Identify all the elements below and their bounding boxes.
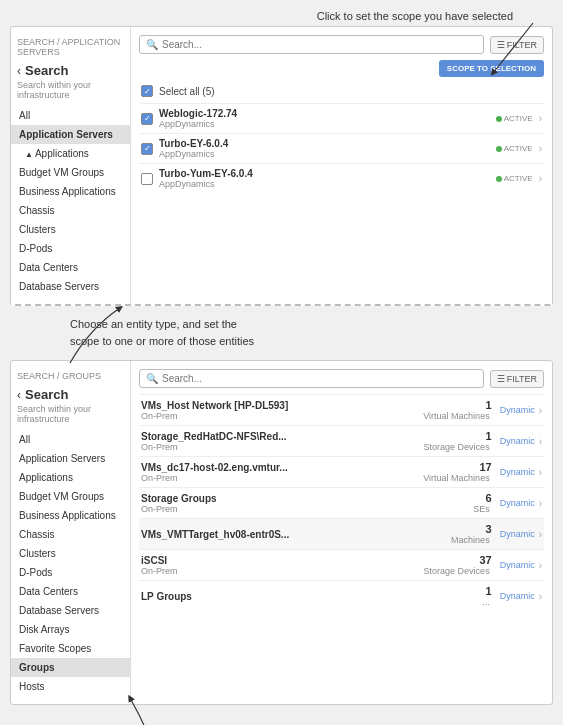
panel2-search-input[interactable] <box>162 373 477 384</box>
check-icon: ✓ <box>144 87 151 96</box>
panel2-group-row-4[interactable]: VMs_VMTTarget_hv08-entr0S... 3 Machines … <box>139 518 544 549</box>
panel2-sidebar-favorite-scopes[interactable]: Favorite Scopes <box>11 639 130 658</box>
panel1-search-input-wrap[interactable]: 🔍 <box>139 35 484 54</box>
panel2-sidebar-clusters[interactable]: Clusters <box>11 544 130 563</box>
group-row-0-name: VMs_Host Network [HP-DL593] <box>141 400 423 411</box>
filter-icon: ☰ <box>497 374 505 384</box>
panel1-list-row-2[interactable]: Turbo-Yum-EY-6.0.4 AppDynamics ACTIVE › <box>139 163 544 193</box>
list-row-2-status: ACTIVE <box>496 174 533 183</box>
panel1-search-header: ‹ Search <box>11 59 130 80</box>
page-wrapper: Click to set the scope you have selected… <box>0 0 563 725</box>
group-row-5-badge: Dynamic <box>500 560 535 570</box>
panel2-sidebar-app-servers[interactable]: Application Servers <box>11 449 130 468</box>
panel1-search-subtitle: Search within your infrastructure <box>11 80 130 106</box>
scope-to-selection-button[interactable]: SCOPE TO SELECTION <box>439 60 544 77</box>
group-row-5-type: Storage Devices <box>424 566 490 576</box>
filter-icon: ☰ <box>497 40 505 50</box>
list-row-1-checkbox[interactable]: ✓ <box>141 143 153 155</box>
group-row-1-badge: Dynamic <box>500 436 535 446</box>
panel2-filter-button[interactable]: ☰ FILTER <box>490 370 544 388</box>
group-row-3-count: 6 <box>435 492 492 504</box>
panel2-group-row-5[interactable]: iSCSI On-Prem 37 Storage Devices Dynamic… <box>139 549 544 580</box>
panel2-sidebar-chassis[interactable]: Chassis <box>11 525 130 544</box>
list-row-1-name: Turbo-EY-6.0.4 <box>159 138 496 149</box>
panel2-main: 🔍 ☰ FILTER VMs_Host Network [HP-DL593] O… <box>131 361 552 704</box>
panel1-list-row-1[interactable]: ✓ Turbo-EY-6.0.4 AppDynamics ACTIVE › <box>139 133 544 163</box>
list-row-1-sub: AppDynamics <box>159 149 496 159</box>
panel2-search-bar-row: 🔍 ☰ FILTER <box>139 369 544 388</box>
group-row-5-name: iSCSI <box>141 555 424 566</box>
panel1-search-input[interactable] <box>162 39 477 50</box>
list-row-2-info: Turbo-Yum-EY-6.0.4 AppDynamics <box>159 168 496 189</box>
status-dot-icon <box>496 176 502 182</box>
panel2-sidebar-all[interactable]: All <box>11 430 130 449</box>
panel2-back-arrow[interactable]: ‹ <box>17 388 21 402</box>
panel2-group-row-1[interactable]: Storage_RedHatDC-NFS\Red... On-Prem 1 St… <box>139 425 544 456</box>
panel1-list-row-0[interactable]: ✓ Weblogic-172.74 AppDynamics ACTIVE › <box>139 103 544 133</box>
search-icon: 🔍 <box>146 39 158 50</box>
status-dot-icon <box>496 116 502 122</box>
group-row-6-count: 1 <box>435 585 492 597</box>
panel1-sidebar-item-app-servers[interactable]: Application Servers <box>11 125 130 144</box>
group-row-5-sub: On-Prem <box>141 566 424 576</box>
group-row-3-info: Storage Groups On-Prem <box>141 493 435 514</box>
list-row-0-checkbox[interactable]: ✓ <box>141 113 153 125</box>
panel1: SEARCH / APPLICATION SERVERS ‹ Search Se… <box>10 26 553 306</box>
panel2-sidebar-budget-vm[interactable]: Budget VM Groups <box>11 487 130 506</box>
chevron-right-icon: › <box>539 436 542 447</box>
panel1-filter-button[interactable]: ☰ FILTER <box>490 36 544 54</box>
group-row-2-info: VMs_dc17-host-02.eng.vmtur... On-Prem <box>141 462 423 483</box>
panel2-group-row-6[interactable]: LP Groups 1 ... Dynamic › <box>139 580 544 611</box>
panel1-sidebar-item-applications[interactable]: ▲Applications <box>11 144 130 163</box>
group-row-3-sub: On-Prem <box>141 504 435 514</box>
panel2-sidebar-hosts[interactable]: Hosts <box>11 677 130 696</box>
panel2-group-row-0[interactable]: VMs_Host Network [HP-DL593] On-Prem 1 Vi… <box>139 394 544 425</box>
panel2-search-input-wrap[interactable]: 🔍 <box>139 369 484 388</box>
check-icon: ✓ <box>144 144 151 153</box>
panel2-group-row-3[interactable]: Storage Groups On-Prem 6 SEs Dynamic › <box>139 487 544 518</box>
panel2-sidebar-disk-arrays[interactable]: Disk Arrays <box>11 620 130 639</box>
panel2-breadcrumb: SEARCH / GROUPS <box>11 369 130 383</box>
panel1-sidebar-item-business-apps[interactable]: Business Applications <box>11 182 130 201</box>
group-row-4-badge: Dynamic <box>500 529 535 539</box>
panel2-sidebar-applications[interactable]: Applications <box>11 468 130 487</box>
panel1-sidebar-item-budget-vm[interactable]: Budget VM Groups <box>11 163 130 182</box>
group-row-4-info: VMs_VMTTarget_hv08-entr0S... <box>141 529 435 540</box>
panel1-sidebar-item-datacenters[interactable]: Data Centers <box>11 258 130 277</box>
panel2-sidebar-db-servers[interactable]: Database Servers <box>11 601 130 620</box>
group-row-2-count: 17 <box>423 461 491 473</box>
group-row-1-name: Storage_RedHatDC-NFS\Red... <box>141 431 424 442</box>
panel1-sidebar-item-all[interactable]: All <box>11 106 130 125</box>
panel1-breadcrumb: SEARCH / APPLICATION SERVERS <box>11 35 130 59</box>
list-row-0-name: Weblogic-172.74 <box>159 108 496 119</box>
panel1-search-title: Search <box>25 63 68 78</box>
panel2-sidebar-dpods[interactable]: D-Pods <box>11 563 130 582</box>
panel1-select-all-row[interactable]: ✓ Select all (5) <box>139 82 544 100</box>
panel2-group-row-2[interactable]: VMs_dc17-host-02.eng.vmtur... On-Prem 17… <box>139 456 544 487</box>
select-all-checkbox[interactable]: ✓ <box>141 85 153 97</box>
group-row-5-info: iSCSI On-Prem <box>141 555 424 576</box>
list-row-0-sub: AppDynamics <box>159 119 496 129</box>
triangle-icon: ▲ <box>25 150 33 159</box>
panel2-sidebar-groups[interactable]: Groups <box>11 658 130 677</box>
panel1-back-arrow[interactable]: ‹ <box>17 64 21 78</box>
panel1-sidebar-item-dpods[interactable]: D-Pods <box>11 239 130 258</box>
group-row-6-name: LP Groups <box>141 591 435 602</box>
panel1-sidebar-item-clusters[interactable]: Clusters <box>11 220 130 239</box>
list-row-1-info: Turbo-EY-6.0.4 AppDynamics <box>159 138 496 159</box>
panel1-sidebar-item-db-servers[interactable]: Database Servers <box>11 277 130 296</box>
panel2-sidebar-datacenters[interactable]: Data Centers <box>11 582 130 601</box>
chevron-right-icon: › <box>539 498 542 509</box>
list-row-0-status: ACTIVE <box>496 114 533 123</box>
group-row-6-badge: Dynamic <box>500 591 535 601</box>
status-dot-icon <box>496 146 502 152</box>
panel2-search-title: Search <box>25 387 68 402</box>
group-row-1-sub: On-Prem <box>141 442 424 452</box>
list-row-2-checkbox[interactable] <box>141 173 153 185</box>
panel1-sidebar-item-chassis[interactable]: Chassis <box>11 201 130 220</box>
panel2-sidebar-business-apps[interactable]: Business Applications <box>11 506 130 525</box>
group-row-0-count: 1 <box>423 399 491 411</box>
chevron-right-icon: › <box>539 143 542 154</box>
group-row-5-count: 37 <box>424 554 492 566</box>
group-row-1-type: Storage Devices <box>424 442 490 452</box>
